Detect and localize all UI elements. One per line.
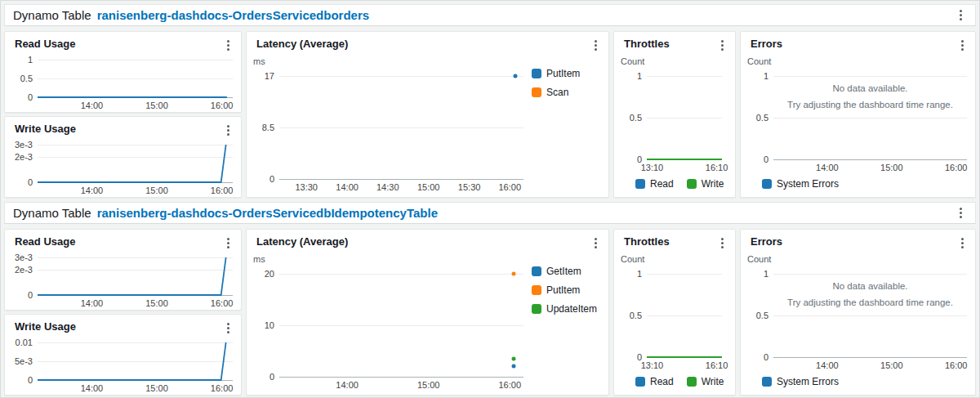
x-tick-label: 14:00: [81, 186, 104, 195]
x-tick-label: 14:00: [816, 163, 839, 172]
chart-legend: PutItemScan: [532, 51, 608, 197]
x-tick-label: 16:00: [211, 298, 234, 308]
y-tick-label: 0: [7, 290, 33, 300]
gridline: [279, 274, 523, 275]
legend-item[interactable]: PutItem: [532, 284, 604, 296]
legend-item[interactable]: Write: [687, 178, 724, 190]
legend-label: System Errors: [777, 178, 839, 190]
legend-item[interactable]: UpdateItem: [532, 303, 604, 315]
y-tick-label: 0.5: [616, 113, 642, 123]
kebab-menu-icon[interactable]: [715, 236, 728, 249]
y-axis-unit-label: Count: [747, 254, 771, 264]
errors-chart[interactable]: Count10.5014:0015:0016:00No data availab…: [741, 51, 975, 177]
kebab-menu-icon[interactable]: [221, 321, 234, 334]
y-tick-label: 3e-3: [7, 253, 33, 262]
kebab-menu-icon[interactable]: [221, 236, 234, 249]
x-tick-label: 16:00: [211, 383, 234, 393]
legend-label: Write: [702, 178, 724, 190]
legend-label: PutItem: [546, 284, 580, 296]
gridline: [773, 274, 967, 275]
legend-item[interactable]: System Errors: [762, 178, 839, 190]
data-point: [512, 364, 516, 369]
legend-item[interactable]: Read: [635, 376, 674, 387]
legend-item[interactable]: PutItem: [532, 68, 604, 79]
plot-area: 10.5014:0015:0016:00No data available.Tr…: [773, 76, 967, 159]
y-tick-label: 0: [248, 372, 274, 382]
widget-title: Write Usage: [15, 123, 76, 134]
kebab-menu-icon[interactable]: [956, 38, 969, 51]
data-point: [513, 74, 517, 78]
latency-chart[interactable]: ms2010014:0015:0016:00: [247, 249, 532, 395]
legend-swatch-icon: [532, 285, 541, 295]
legend-swatch-icon: [762, 179, 772, 189]
y-axis-unit-label: Count: [621, 56, 644, 66]
usage-column: Read Usage 3e-32e-3014:0015:0016:00 Writ…: [4, 229, 242, 396]
x-tick-label: 16:10: [706, 163, 728, 172]
x-tick-label: 16:00: [211, 186, 234, 195]
series-line: [38, 60, 233, 97]
widget-title: Latency (Average): [256, 236, 348, 247]
plot-area: 10.5013:1016:10: [647, 76, 722, 159]
section-title: Dynamo Table: [13, 206, 91, 220]
y-tick-label: 0: [7, 92, 33, 102]
y-tick-label: 1: [616, 269, 642, 279]
errors-chart[interactable]: Count10.5014:0015:0016:00No data availab…: [741, 249, 975, 375]
chart-legend: ReadWrite: [614, 375, 735, 395]
legend-swatch-icon: [532, 266, 541, 276]
legend-item[interactable]: System Errors: [762, 376, 839, 387]
legend-item[interactable]: Read: [635, 178, 674, 190]
kebab-menu-icon[interactable]: [956, 236, 969, 249]
widget-title: Read Usage: [15, 38, 75, 49]
plot-area: 3e-32e-3014:0015:0016:00: [38, 145, 233, 182]
kebab-menu-icon[interactable]: [589, 38, 602, 51]
kebab-menu-icon[interactable]: [221, 38, 234, 51]
no-data-message: No data available.Try adjusting the dash…: [787, 279, 953, 311]
gridline: [279, 76, 523, 77]
write-usage-chart[interactable]: 3e-32e-3014:0015:0016:00: [5, 136, 241, 197]
widget-title: Throttles: [624, 236, 670, 247]
y-tick-label: 1: [742, 269, 768, 279]
y-tick-label: 0: [742, 154, 768, 164]
legend-swatch-icon: [635, 179, 645, 189]
dashboard-section: Dynamo Table ranisenberg-dashdocs-Orders…: [4, 202, 976, 396]
throttles-chart[interactable]: Count10.5013:1016:10: [614, 249, 735, 375]
read-usage-chart[interactable]: 3e-32e-3014:0015:0016:00: [5, 249, 241, 310]
widget-title: Latency (Average): [256, 38, 348, 49]
x-tick-label: 13:10: [641, 163, 664, 172]
kebab-menu-icon[interactable]: [715, 38, 728, 51]
table-name-link[interactable]: ranisenberg-dashdocs-OrdersServicedborde…: [97, 8, 369, 22]
legend-swatch-icon: [532, 69, 541, 78]
write-usage-chart[interactable]: 0.015e-3014:0015:0016:00: [5, 334, 241, 395]
y-axis-unit-label: ms: [253, 56, 265, 66]
legend-item[interactable]: Write: [687, 376, 724, 387]
legend-label: GetItem: [546, 266, 581, 277]
y-tick-label: 0.5: [742, 311, 768, 320]
series-line: [38, 342, 233, 380]
y-tick-label: 0: [742, 352, 768, 362]
x-tick-label: 14:00: [816, 360, 839, 370]
y-tick-label: 10: [248, 320, 274, 330]
widget-title: Read Usage: [15, 236, 75, 247]
x-tick-label: 15:00: [145, 383, 168, 393]
kebab-menu-icon[interactable]: [954, 9, 967, 22]
throttles-chart[interactable]: Count10.5013:1016:10: [614, 51, 735, 177]
latency-chart[interactable]: ms178.5013:3014:0014:3015:0015:3016:00: [247, 51, 532, 197]
y-tick-label: 1: [742, 71, 768, 81]
legend-item[interactable]: Scan: [532, 87, 604, 98]
table-name-link[interactable]: ranisenberg-dashdocs-OrdersServicedbIdem…: [97, 206, 438, 220]
gridline: [773, 118, 967, 119]
widget-latency: Latency (Average) ms178.5013:3014:0014:3…: [246, 31, 609, 198]
plot-area: 10.5014:0015:0016:00No data available.Tr…: [773, 274, 967, 357]
kebab-menu-icon[interactable]: [221, 123, 234, 136]
gridline: [279, 127, 523, 128]
kebab-menu-icon[interactable]: [589, 236, 602, 249]
x-tick-label: 16:00: [211, 101, 234, 110]
y-axis-unit-label: Count: [621, 254, 644, 264]
legend-item[interactable]: GetItem: [532, 266, 604, 277]
dashboard-section: Dynamo Table ranisenberg-dashdocs-Orders…: [4, 4, 976, 198]
read-usage-chart[interactable]: 10.5014:0015:0016:00: [5, 51, 241, 112]
x-tick-label: 15:00: [145, 186, 168, 195]
legend-label: Read: [650, 376, 674, 387]
kebab-menu-icon[interactable]: [954, 207, 967, 220]
y-tick-label: 2e-3: [7, 265, 33, 275]
